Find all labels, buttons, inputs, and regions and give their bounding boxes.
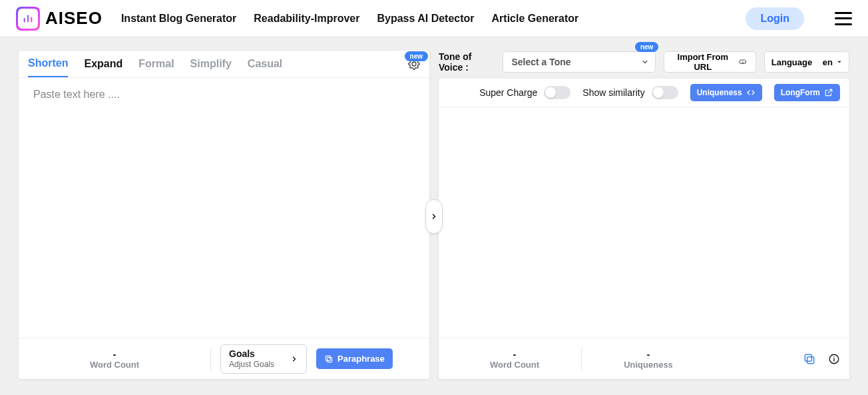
- copy-icon: [803, 352, 816, 366]
- tab-casual[interactable]: Casual: [248, 58, 282, 77]
- tab-expand[interactable]: Expand: [84, 58, 122, 77]
- login-button[interactable]: Login: [746, 7, 804, 30]
- output-body: [439, 107, 849, 338]
- paraphrase-button[interactable]: Paraphrase: [316, 348, 393, 369]
- word-count-label: Word Count: [28, 360, 201, 370]
- editor-area: [19, 78, 429, 338]
- language-button[interactable]: Language en: [764, 51, 849, 73]
- chevron-right-icon: [430, 212, 438, 220]
- tab-formal[interactable]: Formal: [138, 58, 174, 77]
- svg-rect-3: [805, 354, 811, 361]
- cloud-download-icon: [738, 57, 748, 67]
- tone-select[interactable]: Select a Tone: [503, 51, 656, 73]
- nav-readability[interactable]: Readability-Improver: [254, 13, 359, 25]
- nav-instant-blog[interactable]: Instant Blog Generator: [121, 13, 236, 25]
- settings-button[interactable]: new: [408, 58, 420, 77]
- brand-name: AISEO: [45, 8, 103, 29]
- show-similarity-label: Show similarity: [582, 87, 644, 98]
- caret-down-icon: [837, 59, 842, 65]
- text-input[interactable]: [33, 89, 415, 327]
- super-charge-label: Super Charge: [479, 87, 537, 98]
- word-count-metric: - Word Count: [28, 348, 201, 370]
- longform-label: LongForm: [781, 88, 820, 97]
- super-charge-toggle[interactable]: [544, 86, 570, 99]
- language-value: en: [823, 57, 833, 67]
- control-bar: Tone of Voice : Select a Tone new Import…: [439, 51, 849, 73]
- menu-icon[interactable]: [835, 12, 852, 25]
- import-url-button[interactable]: Import From URL: [664, 51, 756, 73]
- brand-logo[interactable]: AISEO: [16, 7, 103, 31]
- main-nav: Instant Blog Generator Readability-Impro…: [121, 13, 728, 25]
- mode-tabs: Shorten Expand Formal Simplify Casual ne…: [19, 51, 429, 78]
- output-word-count-label: Word Count: [448, 360, 581, 370]
- input-panel: Shorten Expand Formal Simplify Casual ne…: [19, 51, 429, 379]
- external-link-icon: [824, 88, 833, 97]
- info-icon: [828, 353, 840, 365]
- paraphrase-label: Paraphrase: [337, 354, 385, 364]
- uniqueness-label: Uniqueness: [697, 88, 742, 97]
- tab-shorten[interactable]: Shorten: [28, 57, 68, 77]
- chevrons-icon: [746, 89, 756, 96]
- panel-collapse-button[interactable]: [425, 199, 443, 234]
- word-count-value: -: [28, 348, 201, 360]
- divider: [210, 348, 211, 370]
- nav-bypass-ai[interactable]: Bypass AI Detector: [377, 13, 474, 25]
- output-toolbar: Super Charge Show similarity Uniqueness …: [439, 79, 849, 107]
- output-uniqueness-label: Uniqueness: [582, 360, 715, 370]
- tone-select-wrap: Select a Tone new: [503, 51, 656, 73]
- chevron-right-icon: [290, 355, 298, 363]
- tone-label: Tone of Voice :: [439, 51, 495, 73]
- workspace: Shorten Expand Formal Simplify Casual ne…: [0, 37, 868, 395]
- language-label: Language: [771, 57, 812, 67]
- goals-subtitle: Adjust Goals: [229, 360, 274, 369]
- output-uniqueness-value: -: [582, 348, 715, 360]
- goals-button[interactable]: Goals Adjust Goals: [220, 344, 307, 374]
- info-button[interactable]: [828, 353, 840, 365]
- nav-article-gen[interactable]: Article Generator: [492, 13, 579, 25]
- longform-button[interactable]: LongForm: [774, 84, 840, 101]
- uniqueness-button[interactable]: Uniqueness: [690, 84, 762, 101]
- new-badge: new: [635, 42, 658, 52]
- svg-rect-0: [327, 357, 332, 362]
- output-word-count-metric: - Word Count: [448, 348, 581, 370]
- output-actions: [803, 352, 840, 366]
- super-charge-toggle-wrap: Super Charge: [479, 86, 570, 99]
- input-footer: - Word Count Goals Adjust Goals Paraphra…: [19, 338, 429, 379]
- output-panel: Super Charge Show similarity Uniqueness …: [439, 79, 849, 379]
- output-column: Tone of Voice : Select a Tone new Import…: [439, 51, 849, 379]
- tab-simplify[interactable]: Simplify: [190, 58, 232, 77]
- import-label: Import From URL: [672, 52, 733, 72]
- output-uniqueness-metric: - Uniqueness: [582, 348, 715, 370]
- output-word-count-value: -: [448, 348, 581, 360]
- goals-title: Goals: [229, 348, 255, 359]
- logo-icon: [16, 7, 40, 31]
- copy-icon: [324, 354, 333, 364]
- new-badge: new: [405, 51, 428, 61]
- header: AISEO Instant Blog Generator Readability…: [0, 0, 868, 37]
- show-similarity-toggle-wrap: Show similarity: [582, 86, 678, 99]
- svg-rect-2: [807, 356, 814, 363]
- svg-rect-1: [326, 356, 330, 360]
- copy-output-button[interactable]: [803, 352, 816, 366]
- output-footer: - Word Count - Uniqueness: [439, 338, 849, 379]
- show-similarity-toggle[interactable]: [652, 86, 678, 99]
